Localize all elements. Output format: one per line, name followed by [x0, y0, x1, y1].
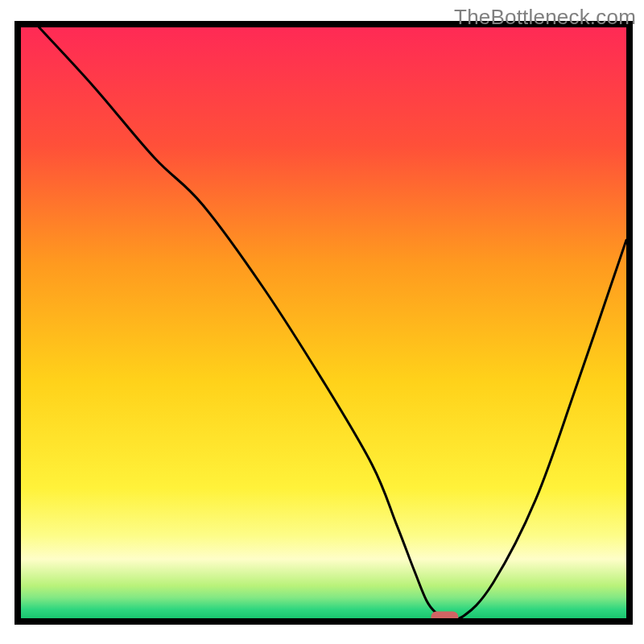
chart-svg [0, 0, 644, 644]
plot-area [21, 27, 626, 618]
gradient-background [21, 27, 626, 618]
watermark-text: TheBottleneck.com [454, 5, 636, 30]
chart-stage: TheBottleneck.com [0, 0, 644, 644]
